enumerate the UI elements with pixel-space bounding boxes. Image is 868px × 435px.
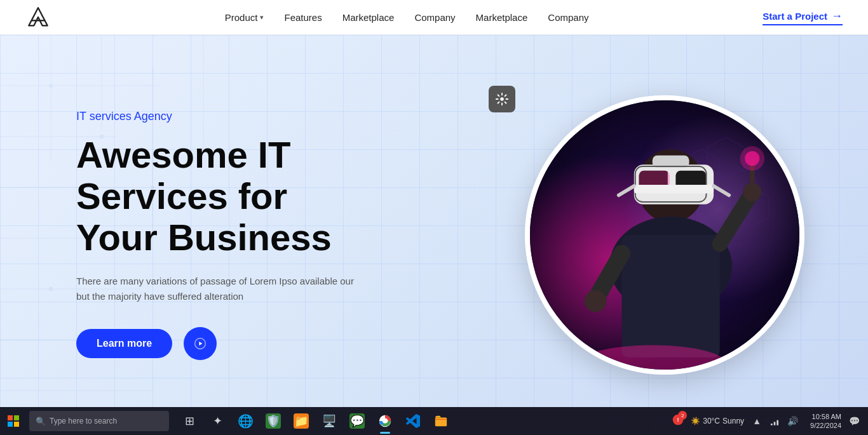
nav-link-features[interactable]: Features (284, 12, 322, 23)
svg-point-16 (500, 97, 504, 101)
notification-bell-icon[interactable]: 💬 (848, 415, 860, 427)
weather-condition: Sunny (722, 417, 744, 425)
nav-link-company-1[interactable]: Company (414, 12, 455, 23)
taskbar-app-taskview[interactable]: ⊞ (177, 407, 202, 435)
svg-rect-54 (435, 418, 447, 427)
taskbar-app-chrome[interactable] (372, 407, 398, 435)
taskbar-search[interactable]: 🔍 (29, 411, 169, 431)
svg-rect-57 (771, 424, 773, 425)
hero-title: Awesome IT Services for Your Business (76, 135, 369, 258)
taskbar-app-files[interactable]: 📁 (288, 407, 314, 435)
taskbar-app-vpn[interactable]: 🛡️ (261, 407, 286, 435)
nav-links: Product ▾ Features Marketplace Company M… (225, 12, 589, 23)
clock-date: 9/22/2024 (810, 421, 841, 430)
hero-buttons: Learn more (76, 327, 369, 360)
taskbar-app-whatsapp[interactable]: 💬 (344, 407, 370, 435)
svg-rect-37 (634, 185, 714, 193)
tray-up-arrow[interactable]: ▲ (750, 415, 763, 427)
nav-link-marketplace-2[interactable]: Marketplace (476, 12, 528, 23)
start-project-button[interactable]: Start a Project → (763, 10, 843, 25)
taskbar: 🔍 ⊞ ✦ 🌐 🛡️ 📁 🖥️ 💬 (0, 407, 868, 435)
svg-rect-49 (14, 415, 19, 420)
svg-rect-48 (8, 415, 13, 420)
play-button[interactable] (184, 327, 217, 360)
taskbar-icons-tray: ▲ 🔊 (750, 415, 799, 427)
weather-temp: 30°C (703, 417, 720, 425)
navbar: Product ▾ Features Marketplace Company M… (0, 0, 868, 35)
svg-rect-59 (776, 420, 778, 425)
notification-badge: 2 (678, 411, 687, 420)
taskbar-weather[interactable]: ☀️ 30°C Sunny (691, 417, 744, 425)
taskbar-app-vscode[interactable] (400, 407, 426, 435)
weather-icon: ☀️ (691, 417, 700, 425)
taskbar-app-globe[interactable]: 🌐 (233, 407, 258, 435)
svg-point-39 (743, 183, 761, 201)
arrow-right-icon: → (831, 10, 843, 23)
search-icon: 🔍 (36, 417, 46, 426)
ai-badge-icon (489, 86, 515, 112)
tray-volume[interactable]: 🔊 (786, 415, 799, 427)
svg-rect-58 (774, 422, 776, 425)
svg-rect-29 (622, 235, 720, 358)
logo[interactable] (25, 4, 51, 30)
tray-network[interactable] (768, 415, 781, 427)
nav-link-marketplace-1[interactable]: Marketplace (342, 12, 395, 23)
svg-point-11 (49, 84, 53, 88)
start-button[interactable] (0, 407, 27, 435)
taskbar-app-copilot[interactable]: ✦ (205, 407, 230, 435)
taskbar-app-explorer[interactable] (428, 407, 454, 435)
nav-link-product[interactable]: Product ▾ (225, 12, 264, 23)
taskbar-notification[interactable]: ! 2 (672, 413, 684, 429)
hero-image-area (525, 95, 804, 375)
taskbar-apps: ⊞ ✦ 🌐 🛡️ 📁 🖥️ 💬 (177, 407, 454, 435)
taskbar-clock[interactable]: 10:58 AM 9/22/2024 (810, 412, 841, 431)
svg-rect-50 (8, 422, 13, 427)
taskbar-system: ! 2 ☀️ 30°C Sunny ▲ 🔊 10:58 AM (672, 412, 868, 431)
svg-point-44 (585, 290, 607, 312)
learn-more-button[interactable]: Learn more (76, 329, 172, 358)
hero-content: IT services Agency Awesome IT Services f… (0, 110, 369, 360)
taskbar-app-monitor[interactable]: 🖥️ (316, 407, 342, 435)
chevron-down-icon: ▾ (260, 13, 264, 22)
svg-point-53 (383, 419, 387, 423)
svg-rect-51 (14, 422, 19, 427)
nav-link-company-2[interactable]: Company (548, 12, 588, 23)
hero-circle-image (525, 95, 804, 375)
clock-time: 10:58 AM (810, 412, 841, 421)
hero-subtitle: IT services Agency (76, 110, 369, 123)
svg-point-42 (740, 146, 765, 171)
search-input[interactable] (50, 417, 158, 425)
hero-description: There are many variations of passage of … (76, 274, 369, 304)
hero-section: IT services Agency Awesome IT Services f… (0, 35, 868, 435)
